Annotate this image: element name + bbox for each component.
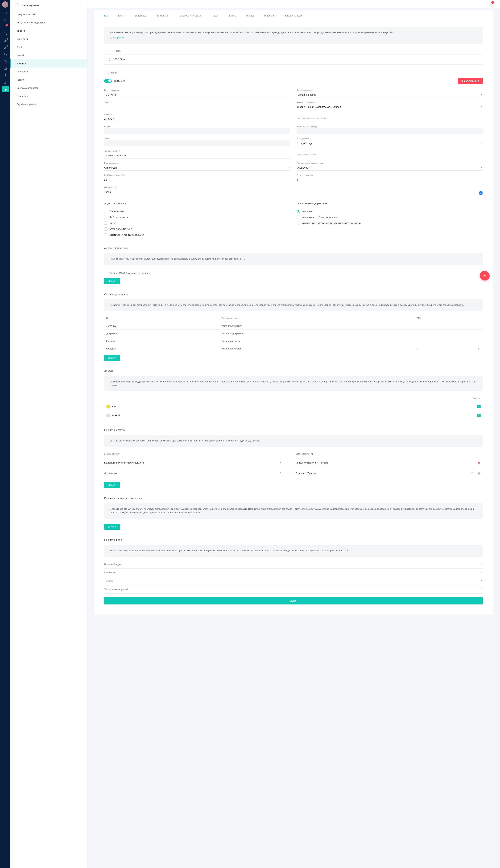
rail-stats-icon[interactable] xyxy=(2,79,9,85)
fab-add-button[interactable]: + xyxy=(480,271,490,280)
sidebar-item[interactable]: Інтеграції xyxy=(10,59,87,68)
integration-tab[interactable]: TurboSMS xyxy=(157,10,168,21)
rail-edit-icon[interactable] xyxy=(2,44,9,51)
rail-chat-icon[interactable]: 2 xyxy=(2,24,9,30)
sidebar-item[interactable]: Модулі xyxy=(10,51,87,59)
intro-text: Формування ТТН типу: Стандарт, Експрес, … xyxy=(110,31,477,34)
notification-bell-icon[interactable]: 2 xyxy=(489,2,493,6)
bearer-input[interactable] xyxy=(104,128,290,134)
delete-mapping-icon[interactable]: 🗑 xyxy=(476,461,482,464)
max-side-input[interactable]: 20 xyxy=(104,177,290,183)
sidebar-item[interactable]: Email xyxy=(10,43,87,51)
rail-cart-icon[interactable] xyxy=(2,51,9,58)
sendlist-row[interactable]: ДокументиУкрпошта Документи xyxy=(104,329,482,337)
address-row[interactable]: Україна, 88000, Закарпатська, Ужгород xyxy=(104,268,482,278)
external-status-select[interactable]: Доставлено▼ xyxy=(104,470,282,476)
delivery-method-select[interactable]: Склад-Склад▼ xyxy=(297,140,483,146)
sender-name-input[interactable]: ТОВ "Кілін" xyxy=(104,92,290,98)
add-address-button[interactable]: Додати xyxy=(104,278,120,284)
sidebar-collapse-button[interactable]: › xyxy=(16,3,20,7)
token-input[interactable] xyxy=(104,140,290,146)
sendlist-row[interactable]: 31.07.2024Укрпошта стандарт xyxy=(104,322,482,329)
integration-tab[interactable]: E-chat xyxy=(229,10,236,21)
weight-input[interactable]: 1 xyxy=(297,177,483,183)
rail-user-icon[interactable] xyxy=(2,17,9,23)
rail-dashboard-icon[interactable] xyxy=(2,10,9,16)
rail-home-icon[interactable] xyxy=(2,58,9,65)
phone-input[interactable] xyxy=(104,104,290,110)
linked-field-select[interactable]: Одержувач▼ xyxy=(104,568,482,577)
sender-type-select[interactable]: Юридична особа▼ xyxy=(297,92,483,98)
send-lists-table: Назва Тип відправлення ТТН 31.07.2024Укр… xyxy=(104,315,482,352)
company-row[interactable]: ▲▼ ТОВ "Кілін" xyxy=(104,55,482,65)
user-access-row: Віктор✓ xyxy=(104,402,482,411)
stage-select[interactable]: Отримано [Продаж]▼ xyxy=(296,470,473,476)
print-icon[interactable]: 🏷 xyxy=(478,347,480,350)
sendlist-row[interactable]: ЕкспресУкрпошта експрес xyxy=(104,337,482,345)
status-mapping-row: Відправлення у поштовому відділенні▼→При… xyxy=(104,458,482,468)
cod-payer-select[interactable]: Отримувач▼ xyxy=(297,165,483,171)
rail-phone-icon[interactable] xyxy=(2,31,9,37)
rail-folder-icon[interactable] xyxy=(2,65,9,71)
extra-checkbox[interactable]: SMS інформування xyxy=(104,214,290,220)
integration-tab[interactable]: Facebook / Instagram xyxy=(179,10,202,21)
chat-badge: 2 xyxy=(6,24,8,26)
enabled-toggle[interactable] xyxy=(104,79,112,83)
edrpou-input[interactable]: 41050477 xyxy=(104,116,290,122)
access-checkbox[interactable]: ✓ xyxy=(477,405,480,408)
integration-tab[interactable]: Ringostat xyxy=(264,10,274,21)
add-field-button[interactable]: Додати xyxy=(104,597,482,604)
integration-tab[interactable]: Всі xyxy=(104,10,107,21)
sidebar-item[interactable]: Типи даних xyxy=(10,68,87,76)
sidebar-item[interactable]: Фінанси xyxy=(10,27,87,35)
access-checkbox[interactable]: ✓ xyxy=(477,414,480,417)
avatar[interactable] xyxy=(2,1,8,8)
integration-tab[interactable]: Phonet xyxy=(246,10,254,21)
return-radio[interactable]: повернути xyxy=(297,208,483,214)
svg-point-4 xyxy=(6,56,7,56)
bearer-status-input[interactable] xyxy=(297,128,483,134)
col-name: Назва xyxy=(115,50,482,52)
integration-tab[interactable]: Viber xyxy=(213,10,218,21)
extra-checkbox[interactable]: Огляд під час вручення xyxy=(104,226,290,232)
sendlist-row[interactable]: СтандартУкрпошта стандарт1🏷 xyxy=(104,345,482,352)
svg-point-1 xyxy=(5,19,6,20)
svg-point-3 xyxy=(5,56,5,56)
rail-mail-icon[interactable] xyxy=(2,37,9,44)
add-status-button[interactable]: Додати xyxy=(104,482,120,488)
linked-field-select[interactable]: Тип отримання грошей▼ xyxy=(104,585,482,593)
extra-checkbox[interactable]: Повідомлення про вручення ф. 119 xyxy=(104,232,290,238)
sidebar-item[interactable]: Документи xyxy=(10,35,87,43)
integration-tab[interactable]: Stream Telecom xyxy=(285,10,302,21)
return-radio[interactable]: розглянути як відправлення, від якого ві… xyxy=(297,220,483,226)
linked-field-select[interactable]: Телефон▼ xyxy=(104,577,482,585)
linked-field-select[interactable]: Поштовий індекс▼ xyxy=(104,560,482,568)
sort-handle-icon[interactable]: ▲▼ xyxy=(104,58,115,61)
enabled-label: Увімкнено xyxy=(114,80,125,82)
sender-addr-select[interactable]: Україна, 88000, Закарпатська, Ужгород▼ xyxy=(297,104,483,110)
extra-checkbox[interactable]: Крихке xyxy=(104,220,290,226)
instruction-link[interactable]: Інструкція xyxy=(110,36,477,39)
delete-mapping-icon[interactable]: 🗑 xyxy=(476,472,482,475)
payer-select[interactable]: Отримувач▼ xyxy=(104,165,290,171)
sidebar-item[interactable]: Філії, користувачі і доступи xyxy=(10,19,87,27)
description-input[interactable]: Товар xyxy=(104,189,482,195)
stage-select[interactable]: Прибуло у відділення [Продаж]▼ xyxy=(296,460,473,466)
return-radio[interactable]: повернути через 7 календарних днів xyxy=(297,214,483,220)
integration-tab[interactable]: SendPulse xyxy=(134,10,146,21)
external-status-select[interactable]: Відправлення у поштовому відділенні▼ xyxy=(104,460,282,466)
send-type-select[interactable]: Укрпошта стандарт xyxy=(104,153,290,159)
sidebar-item[interactable]: Товари xyxy=(10,76,87,84)
rail-doc-icon[interactable] xyxy=(2,72,9,79)
sidebar-item[interactable]: Профіль компанії xyxy=(10,10,87,19)
extra-checkbox[interactable]: Рекомендоване xyxy=(104,208,290,214)
rail-settings-icon[interactable] xyxy=(2,86,9,92)
settings-sidebar: › Налаштування Профіль компаніїФілії, ко… xyxy=(10,0,87,622)
sidebar-item[interactable]: Управління xyxy=(10,92,87,100)
sidebar-item[interactable]: Служба підтримки xyxy=(10,100,87,108)
integration-tab[interactable]: Email xyxy=(118,10,124,21)
add-paytype-button[interactable]: Додати xyxy=(104,523,120,530)
sidebar-item[interactable]: Система лояльності xyxy=(10,84,87,92)
delete-account-button[interactable]: Видалити акаунт xyxy=(458,78,482,84)
add-sendlist-button[interactable]: Додати xyxy=(104,355,120,361)
